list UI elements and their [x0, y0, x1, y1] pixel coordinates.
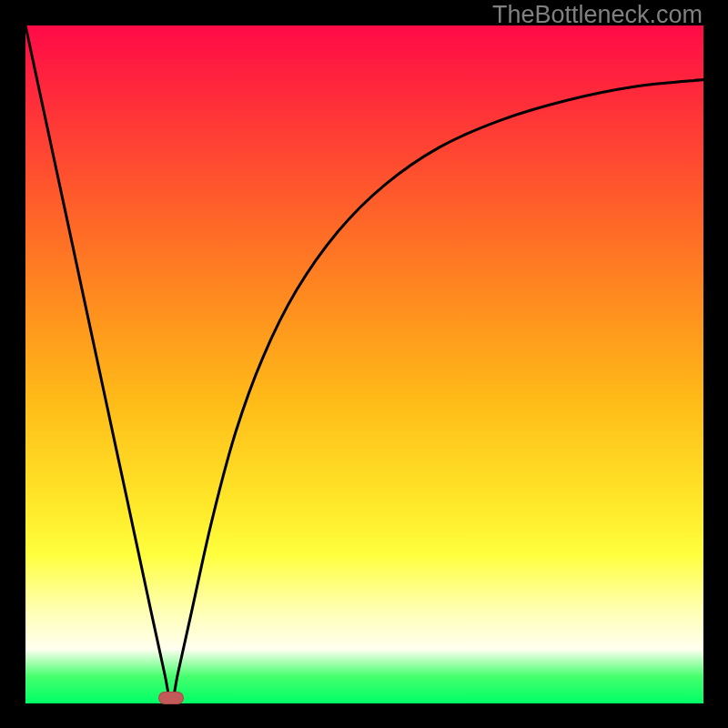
- chart-frame: TheBottleneck.com: [0, 0, 728, 728]
- bottleneck-curve: [25, 25, 703, 703]
- optimum-marker: [158, 692, 184, 704]
- curve-path: [25, 25, 703, 703]
- plot-area: [25, 25, 703, 703]
